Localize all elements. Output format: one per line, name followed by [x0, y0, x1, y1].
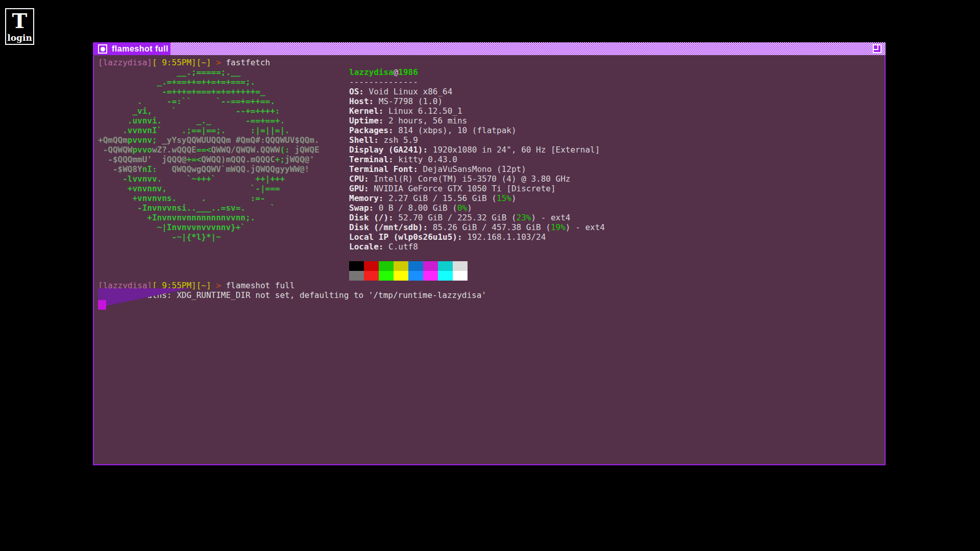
- desktop: T login flameshot full [lazzydisa][ 9:55…: [0, 0, 980, 551]
- palette-swatch: [364, 271, 379, 281]
- text-segment: Local IP (wlp0s26u1u5):: [349, 232, 462, 242]
- login-desktop-icon[interactable]: T login: [5, 8, 34, 45]
- text-segment: pvvo: [132, 145, 152, 155]
- ascii-art-line: ~|Invnvvnvvvnnv}+`: [98, 222, 320, 232]
- text-segment: Host:: [349, 96, 374, 106]
- text-segment: (:: [280, 145, 295, 155]
- text-segment: ==<: [197, 145, 211, 155]
- window-titlebar[interactable]: flameshot full: [93, 42, 886, 55]
- text-segment: 2 hours, 56 mins: [383, 116, 467, 126]
- text-segment: jQWQE: [295, 145, 319, 155]
- palette-swatch: [349, 271, 364, 281]
- ascii-art-line: -$QQQmmU' jQQQ@+=<QWQQ)mQQQ.mQQQC+;jWQQ@…: [98, 155, 320, 164]
- info-line: Disk (/): 52.70 GiB / 225.32 GiB (23%) -…: [349, 213, 605, 222]
- ascii-art-line: +Invnvnvnnnnnnnnvvnn;.: [98, 213, 320, 222]
- terminal-color-palette: [349, 261, 468, 281]
- text-segment: 0 B / 8.00 GiB (: [374, 203, 457, 213]
- text-segment: [~]: [197, 58, 211, 67]
- palette-swatch: [438, 261, 453, 271]
- terminal-cursor: [98, 300, 106, 310]
- text-segment: ): [511, 193, 517, 203]
- text-segment: .vvnvnI` .;==|==;. :|=||=|.: [98, 126, 290, 135]
- text-segment: @: [394, 67, 399, 77]
- ascii-art-line: .vvnvnI` .;==|==;. :|=||=|.: [98, 126, 320, 135]
- text-segment: Terminal:: [349, 155, 394, 164]
- text-segment: zsh 5.9: [379, 135, 418, 145]
- text-segment: jWQQ@': [285, 155, 314, 164]
- palette-swatch: [379, 261, 394, 271]
- fastfetch-info-block: lazzydisa@1986--------------OS: Void Lin…: [349, 67, 605, 252]
- text-segment: -lvvnvv. `~+++` ++|+++: [98, 174, 285, 184]
- text-segment: 980x551 in 24", 60 Hz [External]: [428, 145, 600, 155]
- text-segment: [ 9:55PM]: [152, 58, 197, 67]
- palette-swatch: [394, 271, 408, 281]
- info-line: Host: MS-7798 (1.0): [349, 96, 605, 106]
- text-segment: kitty 0.43.0: [394, 155, 457, 164]
- text-segment: ): [467, 203, 472, 213]
- ascii-art-line: +vnvnnv, `-|===: [98, 184, 320, 193]
- text-segment: .uvnvi. _._ -==+==+.: [98, 116, 285, 126]
- palette-swatch: [394, 261, 408, 271]
- ascii-art-line: +QmQQmpvvnv; _yYsyQQWUUQQQm #QmQ#:QQQWUV…: [98, 135, 320, 145]
- text-segment: -$QQQmmU' jQQQ@: [98, 155, 186, 164]
- window-menu-icon[interactable]: [98, 44, 107, 54]
- palette-swatch: [364, 261, 379, 271]
- palette-swatch: [408, 271, 423, 281]
- ascii-art-line: -lvvnvv. `~+++` ++|+++: [98, 174, 320, 184]
- text-segment: Terminal Font:: [349, 164, 418, 174]
- text-segment: Disk (/mnt/sdb):: [349, 222, 428, 232]
- text-segment: C.utf8: [383, 242, 418, 252]
- palette-swatch: [423, 271, 438, 281]
- text-segment: DejaVuSansMono (12pt): [418, 164, 526, 174]
- text-segment: Display (GA241):: [349, 145, 428, 155]
- text-segment: Locale:: [349, 242, 383, 252]
- text-segment: nI:: [142, 164, 157, 174]
- text-segment: 19%: [551, 222, 566, 232]
- ascii-art-line: .uvnvi. _._ -==+==+.: [98, 116, 320, 126]
- info-line: Display (GA241): 980x551 in 24", 60 Hz…: [349, 145, 605, 155]
- palette-swatch: [349, 261, 364, 271]
- text-segment: _yYsyQQWUUQQQm #QmQ#:QQQWUV$QQm.: [157, 135, 320, 145]
- text-segment: 1986: [398, 67, 418, 77]
- login-terminal-icon: T: [6, 9, 33, 33]
- login-icon-label: login: [6, 33, 33, 43]
- resize-corner-icon: [874, 45, 878, 50]
- info-line: Memory: 2.27 GiB / 15.56 GiB (15%): [349, 193, 605, 203]
- terminal-screen[interactable]: [lazzydisa][ 9:55PM][~] > fastfetch __.;…: [94, 55, 885, 464]
- info-line: CPU: Intel(R) Core(TM) i5-3570 (4) @ 3.8…: [349, 174, 605, 184]
- palette-row: [349, 271, 468, 281]
- text-segment: Shell:: [349, 135, 379, 145]
- text-segment: +vnvnnv, `-|===: [98, 184, 280, 193]
- info-line: Shell: zsh 5.9: [349, 135, 605, 145]
- text-segment: 2.27 GiB / 15.56 GiB (: [383, 193, 497, 203]
- terminal-window: flameshot full [lazzydisa][ 9:55PM][~] >…: [93, 42, 886, 465]
- info-line: GPU: NVIDIA GeForce GTX 1050 Ti [Discret…: [349, 184, 605, 193]
- info-line: Disk (/mnt/sdb): 85.26 GiB / 457.38 GiB …: [349, 222, 605, 232]
- void-linux-ascii-logo: __.;=====;.__ _.=+==++=++=+=+===;. -=+++…: [98, 67, 320, 242]
- text-segment: wZ?.wQQQE: [152, 145, 197, 155]
- text-segment: Kernel:: [349, 106, 383, 116]
- text-segment: 23%: [517, 213, 531, 222]
- text-segment: -~|{*l}*|~: [98, 232, 221, 242]
- text-segment: Disk (/):: [349, 213, 394, 222]
- resize-icon[interactable]: [873, 44, 881, 53]
- text-segment: [~]: [197, 281, 211, 290]
- text-segment: Intel(R) Core(TM) i5-3570 (4) @ 3.80 GHz: [369, 174, 571, 184]
- text-segment: QWWQ/QWQW.QQWW: [211, 145, 280, 155]
- text-segment: NVIDIA GeForce GTX 1050 Ti [Discrete]: [369, 184, 556, 193]
- info-line: Locale: C.utf8: [349, 242, 605, 252]
- ascii-art-line: -~|{*l}*|~: [98, 232, 320, 242]
- text-segment: 15%: [497, 193, 511, 203]
- text-segment: Linux 6.12.50_1: [383, 106, 462, 116]
- titlebar-stipple[interactable]: [170, 42, 886, 55]
- ascii-art-line: -QQWQWpvvowZ?.wQQQE==<QWWQ/QWQW.QQWW(: j…: [98, 145, 320, 155]
- text-segment: +Invnvnvnnnnnnnnvvnn;.: [98, 213, 255, 222]
- info-line: lazzydisa@1986: [349, 67, 605, 77]
- text-segment: +=<: [186, 155, 201, 164]
- text-segment: +vnvnvns. . :=-: [98, 193, 265, 203]
- palette-swatch: [379, 271, 394, 281]
- text-segment: 52.70 GiB / 225.32 GiB (: [394, 213, 517, 222]
- text-segment: +QmQQm: [98, 135, 128, 145]
- text-segment: -$WQ8Y: [98, 164, 142, 174]
- info-line: --------------: [349, 77, 605, 87]
